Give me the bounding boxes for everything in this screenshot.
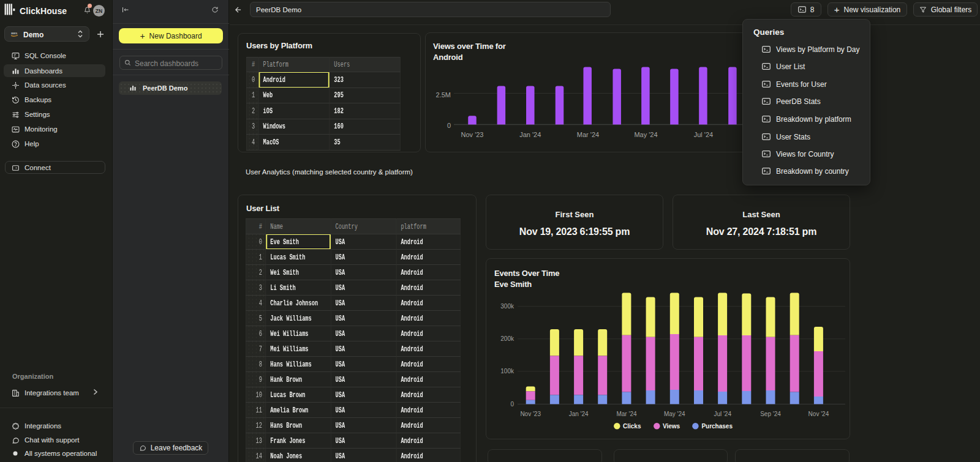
svg-text:Nov '23: Nov '23 (461, 131, 484, 138)
svg-text:Jan '24: Jan '24 (519, 131, 541, 138)
svg-text:Jul '24: Jul '24 (714, 411, 731, 417)
svg-text:300k: 300k (500, 303, 514, 310)
svg-text:May '24: May '24 (664, 411, 685, 417)
svg-text:0: 0 (510, 401, 514, 408)
svg-text:200k: 200k (500, 335, 514, 342)
svg-text:aws: aws (11, 31, 17, 35)
svg-text:Purchases: Purchases (701, 423, 733, 430)
svg-text:Views: Views (663, 423, 680, 430)
svg-text:100k: 100k (500, 368, 514, 374)
svg-text:Sep '24: Sep '24 (760, 411, 781, 417)
svg-text:Mar '24: Mar '24 (616, 411, 636, 417)
svg-text:0: 0 (447, 122, 451, 129)
svg-text:May '24: May '24 (634, 131, 657, 138)
svg-text:2.5M: 2.5M (436, 91, 451, 99)
svg-text:Nov '23: Nov '23 (520, 411, 541, 417)
svg-text:Mar '24: Mar '24 (577, 131, 599, 138)
svg-text:Jul '24: Jul '24 (694, 131, 713, 138)
svg-text:Nov '24: Nov '24 (809, 411, 829, 417)
svg-text:Clicks: Clicks (623, 423, 641, 430)
svg-text:Jan '24: Jan '24 (569, 411, 589, 417)
